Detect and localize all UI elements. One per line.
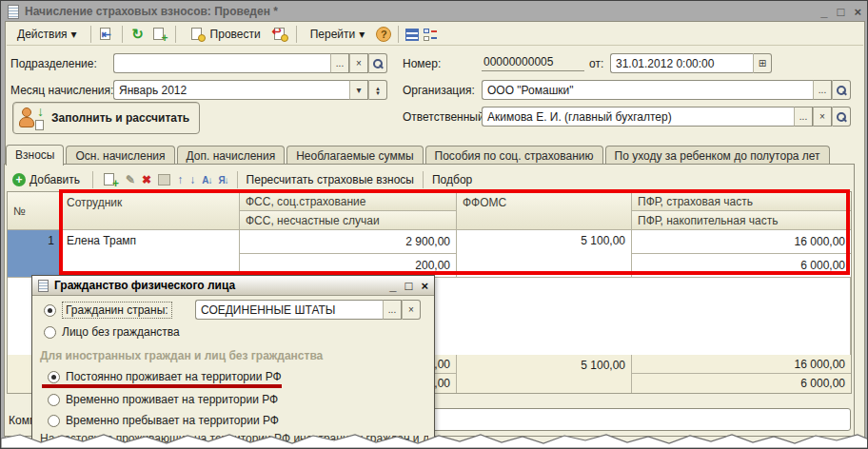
close-button[interactable]: × — [854, 5, 861, 19]
save-icon: ⇤ — [102, 28, 111, 41]
help-button[interactable]: ? — [376, 27, 391, 42]
end-edit-icon[interactable] — [158, 174, 170, 185]
dialog-close-button[interactable]: × — [421, 279, 428, 293]
month-spinner[interactable]: ▴▾ — [368, 80, 387, 100]
table-row-num[interactable]: 1 — [8, 230, 61, 278]
country-input[interactable]: СОЕДИНЕННЫЕ ШТАТЫ — [195, 300, 383, 320]
organization-label: Организация: — [403, 84, 475, 97]
save-button[interactable]: ⇤ — [98, 26, 115, 43]
pick-button[interactable]: Подбор — [432, 173, 472, 186]
month-dropdown-button[interactable]: ▾ — [349, 80, 368, 100]
permanent-resident-label: Постоянно проживает на территории РФ — [66, 370, 282, 383]
refresh-button[interactable]: ↻ — [129, 26, 147, 43]
table-toolbar: + Добавить + ✎ ✖ ↑ ↓ А↓ Я↓ Пересчитать с… — [9, 169, 472, 190]
document-icon — [8, 5, 19, 19]
add-icon: + — [12, 173, 26, 186]
minimize-button[interactable]: _ — [820, 5, 827, 19]
organization-search-button[interactable] — [832, 80, 851, 100]
date-input[interactable]: 31.01.2012 0:00:00 — [610, 53, 753, 73]
department-clear-button[interactable]: × — [349, 53, 368, 73]
delete-row-icon[interactable]: ✖ — [142, 173, 151, 186]
permanent-resident-radio[interactable] — [48, 371, 60, 383]
goto-menu-button[interactable]: Перейти ▾ — [304, 25, 372, 44]
tab-dop-nachisleniya[interactable]: Доп. начисления — [177, 146, 286, 165]
responsible-search-button[interactable] — [832, 107, 851, 127]
refresh-icon: ↻ — [131, 26, 144, 43]
stateless-label: Лицо без гражданства — [62, 325, 180, 339]
post-button[interactable]: Провести — [183, 23, 267, 46]
add-row-button[interactable]: + Добавить — [9, 171, 84, 188]
permanent-radio-row: Постоянно проживает на территории РФ — [48, 370, 282, 383]
tab-strip: Взносы Осн. начисления Доп. начисления Н… — [6, 144, 830, 165]
responsible-input[interactable]: Акимова Е. И. (главный бухгалтер) — [482, 107, 794, 127]
tab-posobiya[interactable]: Пособия по соц. страхованию — [425, 146, 603, 165]
list-settings-icon[interactable] — [405, 29, 419, 41]
form-settings-icon[interactable] — [424, 29, 437, 41]
help-icon: ? — [381, 29, 387, 40]
copy-row-button[interactable]: + — [102, 171, 119, 188]
number-value[interactable]: 00000000005 — [482, 53, 584, 71]
copy-button[interactable]: + — [151, 26, 168, 43]
actions-menu-button[interactable]: Действия ▾ — [10, 25, 84, 44]
temp-resident-radio-row: Временно проживает на территории РФ — [48, 393, 278, 406]
citizen-label: Гражданин страны: — [62, 302, 172, 319]
dialog-titlebar: Гражданство физического лица _ □ × — [32, 276, 434, 296]
maximize-button[interactable]: □ — [838, 5, 845, 19]
screenshot-root: Начисление страховых взносов: Проведен *… — [0, 0, 868, 449]
department-label: Подразделение: — [10, 57, 97, 70]
month-label: Месяц начисления: — [10, 84, 113, 97]
totals-pfr-insurance: 16 000,00 — [632, 355, 851, 374]
fill-and-calculate-button[interactable]: ↓ Заполнить и рассчитать — [12, 102, 200, 134]
citizenship-dialog: Гражданство физического лица _ □ × Гражд… — [31, 275, 435, 449]
tab-osn-nachisleniya[interactable]: Осн. начисления — [66, 146, 174, 165]
responsible-field-row: Акимова Е. И. (главный бухгалтер) ... × — [482, 107, 851, 127]
annotation-red-rectangle — [59, 189, 850, 275]
date-calendar-button[interactable]: ⊞ — [753, 53, 772, 73]
calendar-icon: ⊞ — [759, 58, 766, 68]
copy-plus-icon: + — [112, 177, 119, 190]
annotation-red-underline — [42, 384, 282, 388]
organization-input[interactable]: ООО "Ромашки" — [482, 80, 813, 100]
sort-desc-icon[interactable]: Я↓ — [218, 175, 227, 185]
citizen-radio[interactable] — [44, 304, 56, 317]
department-search-button[interactable] — [368, 53, 387, 73]
month-input[interactable]: Январь 2012 — [113, 80, 349, 100]
sort-asc-icon[interactable]: А↓ — [202, 175, 211, 185]
dialog-maximize-button[interactable]: □ — [405, 279, 413, 293]
torn-edge-decoration — [1, 431, 868, 448]
person-calc-icon: ↓ — [19, 106, 44, 130]
dialog-title: Гражданство физического лица — [54, 279, 235, 292]
unpost-button[interactable]: ↩ — [272, 26, 289, 43]
move-down-icon[interactable]: ↓ — [189, 173, 195, 186]
copy-plus-icon: + — [162, 31, 168, 45]
stateless-radio[interactable] — [44, 326, 56, 339]
country-clear-button[interactable]: × — [402, 300, 421, 320]
recalculate-contributions-button[interactable]: Пересчитать страховые взносы — [247, 173, 414, 186]
tab-vznosy[interactable]: Взносы — [6, 145, 64, 166]
chevron-down-icon: ▾ — [356, 85, 361, 95]
header-num: № — [8, 192, 61, 230]
search-icon — [836, 111, 847, 123]
responsible-label: Ответственный: — [403, 110, 487, 124]
dialog-minimize-button[interactable]: _ — [389, 279, 396, 293]
temp-resident-label: Временно проживает на территории РФ — [66, 393, 278, 406]
temp-stay-radio[interactable] — [48, 415, 60, 427]
temp-resident-radio[interactable] — [48, 394, 60, 406]
spinner-icon: ▴▾ — [376, 86, 380, 95]
chevron-down-icon: ▾ — [71, 28, 77, 41]
chevron-down-icon: ▾ — [359, 28, 365, 41]
department-input[interactable] — [113, 53, 330, 73]
organization-field-row: ООО "Ромашки" ... — [482, 80, 851, 100]
responsible-ellipsis-button[interactable]: ... — [794, 107, 813, 127]
country-ellipsis-button[interactable]: ... — [383, 300, 402, 320]
tab-po-uhodu[interactable]: По уходу за ребенком до полутора лет — [605, 146, 830, 165]
move-up-icon[interactable]: ↑ — [177, 173, 183, 186]
department-ellipsis-button[interactable]: ... — [330, 53, 349, 73]
post-icon — [189, 26, 207, 43]
tab-neoblagaemye-summy[interactable]: Необлагаемые суммы — [286, 146, 423, 165]
search-icon — [372, 58, 384, 69]
edit-row-icon[interactable]: ✎ — [126, 173, 135, 186]
department-field-row: ... × — [113, 53, 387, 73]
responsible-clear-button[interactable]: × — [813, 107, 832, 127]
organization-ellipsis-button[interactable]: ... — [813, 80, 832, 100]
